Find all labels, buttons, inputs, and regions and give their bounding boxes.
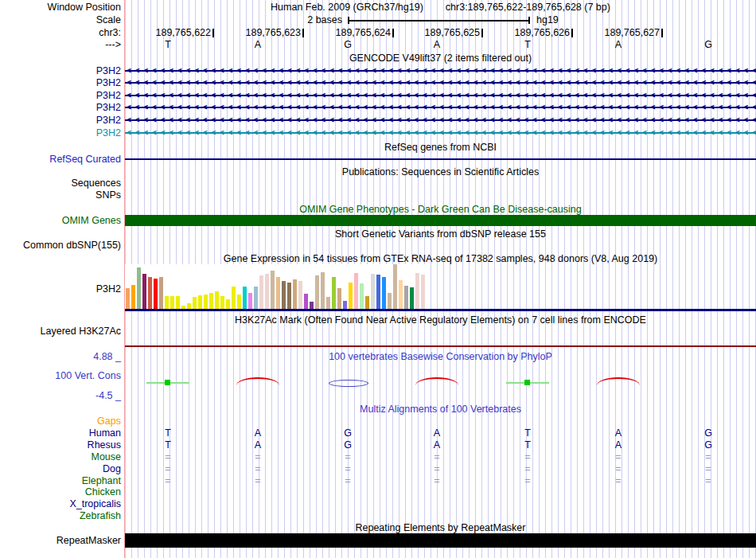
multiz-cell: =: [705, 463, 711, 474]
multiz-species-label[interactable]: Zebrafish: [0, 510, 121, 521]
gtex-expression-bar[interactable]: [193, 297, 197, 309]
gtex-expression-bar[interactable]: [404, 286, 408, 309]
coordinate-tick: [481, 29, 483, 37]
gencode-item-label[interactable]: P3H2: [0, 115, 121, 126]
gencode-gene-model[interactable]: <<<<<<<<<<<<<<<<<<<<<<<<<<<<<<<<<<<<<<<<…: [125, 115, 756, 126]
gtex-expression-bar[interactable]: [131, 285, 135, 309]
dbsnp-label[interactable]: Common dbSNP(155): [0, 240, 121, 251]
sequences-label[interactable]: Sequences: [0, 178, 121, 189]
gtex-expression-bar[interactable]: [337, 288, 341, 309]
dbsnp-track-title: Short Genetic Variants from dbSNP releas…: [125, 228, 756, 240]
gencode-gene-model[interactable]: <<<<<<<<<<<<<<<<<<<<<<<<<<<<<<<<<<<<<<<<…: [125, 77, 756, 88]
refseq-curated-label[interactable]: RefSeq Curated: [0, 154, 121, 165]
gencode-item-label[interactable]: P3H2: [0, 90, 121, 101]
gtex-expression-bar[interactable]: [315, 275, 319, 309]
multiz-cell: =: [615, 451, 621, 462]
gtex-expression-bar[interactable]: [204, 295, 208, 309]
gtex-expression-bar[interactable]: [365, 296, 369, 309]
gtex-expression-bar[interactable]: [259, 275, 263, 309]
scale-label: Scale: [0, 14, 121, 25]
h3k27ac-label[interactable]: Layered H3K27Ac: [0, 326, 121, 337]
gtex-expression-bar[interactable]: [181, 306, 185, 309]
gtex-expression-bar[interactable]: [332, 277, 336, 309]
gtex-expression-bar[interactable]: [343, 301, 347, 309]
gencode-item-label[interactable]: P3H2: [0, 127, 121, 139]
gtex-expression-bar[interactable]: [410, 287, 414, 309]
multiz-species-label[interactable]: Dog: [0, 463, 121, 474]
gtex-expression-bar[interactable]: [187, 303, 191, 309]
gtex-expression-bar[interactable]: [159, 277, 163, 309]
gtex-expression-bar[interactable]: [310, 302, 314, 309]
phylop-track-title: 100 vertebrates Basewise Conservation by…: [125, 351, 756, 362]
refseq-gene-line[interactable]: [125, 158, 756, 160]
position-value: chr3:189,765,622-189,765,628 (7 bp): [446, 2, 610, 13]
gtex-expression-bar[interactable]: [148, 277, 152, 309]
gtex-expression-bar[interactable]: [154, 279, 158, 309]
gtex-expression-bar[interactable]: [421, 275, 425, 309]
multiz-species-label[interactable]: Mouse: [0, 451, 121, 462]
gencode-gene-model[interactable]: <<<<<<<<<<<<<<<<<<<<<<<<<<<<<<<<<<<<<<<<…: [125, 127, 756, 139]
gtex-expression-bar[interactable]: [254, 287, 258, 309]
gtex-expression-bar[interactable]: [243, 287, 247, 309]
multiz-cell: =: [434, 475, 439, 486]
omim-genes-label[interactable]: OMIM Genes: [0, 215, 121, 226]
repeatmasker-bar[interactable]: [125, 533, 756, 548]
gtex-expression-bar[interactable]: [276, 277, 280, 309]
gtex-expression-bar[interactable]: [376, 275, 380, 309]
gtex-expression-bar[interactable]: [388, 293, 392, 309]
phylop-glyph-green-square: [165, 380, 170, 385]
phylop-label[interactable]: 100 Vert. Cons: [0, 370, 121, 381]
gtex-expression-bar[interactable]: [137, 267, 141, 309]
multiz-species-label[interactable]: Elephant: [0, 475, 121, 486]
gtex-expression-bar[interactable]: [393, 264, 397, 309]
gtex-expression-bar[interactable]: [237, 295, 241, 309]
multiz-species-label[interactable]: Rhesus: [0, 439, 121, 451]
multiz-species-label[interactable]: X_tropicalis: [0, 498, 121, 509]
gencode-item-label[interactable]: P3H2: [0, 77, 121, 88]
left-arrows-icon: <<<<<<<<<<<<<<<<<<<<<<<<<<<<<<<<<<<<<<<<…: [127, 90, 756, 101]
gtex-expression-bar[interactable]: [165, 296, 169, 309]
gencode-item-label[interactable]: P3H2: [0, 65, 121, 76]
gtex-expression-bar[interactable]: [209, 293, 213, 309]
gencode-gene-model[interactable]: <<<<<<<<<<<<<<<<<<<<<<<<<<<<<<<<<<<<<<<<…: [125, 90, 756, 101]
gencode-gene-model[interactable]: <<<<<<<<<<<<<<<<<<<<<<<<<<<<<<<<<<<<<<<<…: [125, 102, 756, 113]
gtex-expression-bar[interactable]: [220, 296, 224, 309]
gtex-expression-bar[interactable]: [399, 280, 403, 309]
gtex-expression-bar[interactable]: [326, 297, 330, 309]
gtex-expression-bar[interactable]: [415, 273, 419, 309]
gtex-expression-bar[interactable]: [142, 274, 146, 309]
multiz-species-label[interactable]: Chicken: [0, 486, 121, 498]
gtex-expression-bar[interactable]: [354, 273, 358, 309]
snps-label[interactable]: SNPs: [0, 189, 121, 201]
gtex-expression-bar[interactable]: [265, 274, 269, 309]
h3k27ac-baseline: [125, 345, 756, 347]
gtex-expression-bar[interactable]: [360, 283, 364, 309]
gtex-expression-bar[interactable]: [170, 296, 174, 309]
gtex-expression-bar[interactable]: [215, 291, 219, 309]
gencode-item-label[interactable]: P3H2: [0, 102, 121, 113]
gtex-expression-bar[interactable]: [298, 281, 302, 309]
gtex-expression-bar[interactable]: [176, 296, 180, 309]
gtex-expression-bar[interactable]: [126, 288, 130, 309]
gtex-expression-bar[interactable]: [371, 274, 375, 309]
multiz-cell: =: [705, 451, 711, 462]
gtex-expression-bar[interactable]: [293, 279, 297, 309]
gtex-expression-bar[interactable]: [282, 281, 286, 309]
multiz-species-label[interactable]: Gaps: [0, 416, 121, 427]
gtex-expression-bar[interactable]: [226, 299, 230, 309]
gtex-expression-bar[interactable]: [232, 287, 236, 309]
gtex-expression-bar[interactable]: [349, 283, 353, 309]
gtex-gene-label[interactable]: P3H2: [0, 283, 121, 295]
multiz-species-label[interactable]: Human: [0, 427, 121, 439]
gtex-expression-bar[interactable]: [382, 277, 386, 309]
multiz-cell: A: [615, 427, 622, 439]
gencode-gene-model[interactable]: <<<<<<<<<<<<<<<<<<<<<<<<<<<<<<<<<<<<<<<<…: [125, 65, 756, 76]
gtex-expression-bar[interactable]: [321, 272, 325, 309]
gtex-expression-bar[interactable]: [271, 271, 275, 309]
gtex-expression-bar[interactable]: [198, 295, 202, 309]
repeatmasker-label[interactable]: RepeatMasker: [0, 535, 121, 546]
omim-gene-bar[interactable]: [125, 215, 756, 226]
gtex-expression-bar[interactable]: [287, 283, 291, 309]
gtex-expression-bar[interactable]: [304, 294, 308, 309]
gtex-expression-bar[interactable]: [248, 293, 252, 309]
